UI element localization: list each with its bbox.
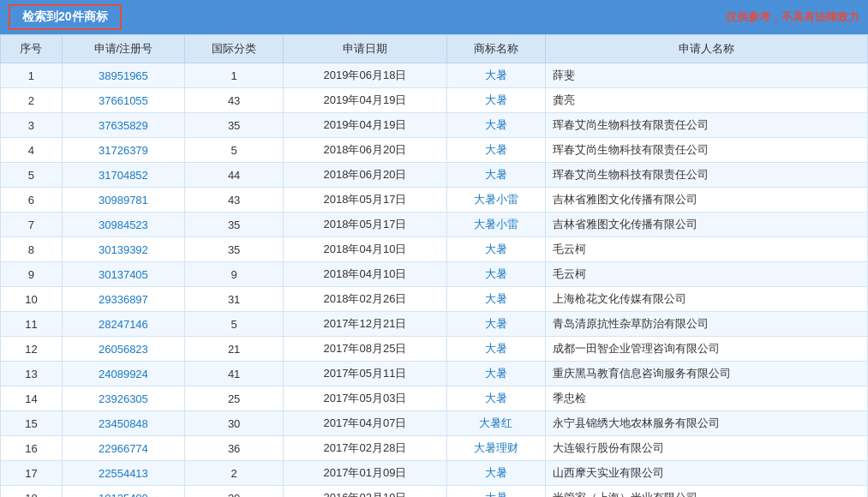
cell-brand-name[interactable]: 大暑	[446, 362, 545, 386]
cell-applicant: 吉林省雅图文化传播有限公司	[545, 188, 867, 213]
cell-brand-name[interactable]: 大暑理财	[446, 436, 545, 461]
cell-brand-name[interactable]: 大暑	[446, 287, 545, 312]
cell-applicant: 大连银行股份有限公司	[545, 436, 867, 461]
cell-brand-name[interactable]: 大暑小雷	[446, 188, 545, 213]
cell-apply-date: 2018年04月10日	[284, 262, 446, 287]
table-row: 630989781432018年05月17日大暑小雷吉林省雅图文化传播有限公司	[1, 188, 868, 213]
cell-seq: 14	[1, 386, 63, 411]
table-row: 1819125409302016年02月19日大暑米管家（上海）米业有限公司	[1, 486, 868, 498]
col-apply-date: 申请日期	[284, 35, 446, 63]
cell-applicant: 毛云柯	[545, 262, 867, 287]
cell-app-no[interactable]: 37661055	[62, 88, 184, 113]
cell-brand-name[interactable]: 大暑	[446, 461, 545, 486]
table-row: 237661055432019年04月19日大暑龚亮	[1, 88, 868, 113]
cell-applicant: 米管家（上海）米业有限公司	[545, 486, 867, 498]
cell-app-no[interactable]: 29336897	[62, 287, 184, 312]
search-result-label: 检索到20件商标	[9, 4, 122, 30]
cell-app-no[interactable]: 23450848	[62, 411, 184, 436]
cell-seq: 2	[1, 88, 63, 113]
cell-intl-class: 2	[184, 461, 283, 486]
cell-app-no[interactable]: 30139392	[62, 237, 184, 262]
cell-brand-name[interactable]: 大暑	[446, 262, 545, 287]
cell-applicant: 成都一田智企业管理咨询有限公司	[545, 337, 867, 362]
cell-applicant: 吉林省雅图文化传播有限公司	[545, 213, 867, 237]
cell-app-no[interactable]: 24089924	[62, 362, 184, 386]
cell-intl-class: 5	[184, 138, 283, 163]
table-row: 112824714652017年12月21日大暑青岛清原抗性杂草防治有限公司	[1, 312, 868, 337]
table-row: 1324089924412017年05月11日大暑重庆黑马教育信息咨询服务有限公…	[1, 362, 868, 386]
cell-intl-class: 35	[184, 213, 283, 237]
cell-brand-name[interactable]: 大暑	[446, 237, 545, 262]
cell-intl-class: 5	[184, 312, 283, 337]
table-row: 531704852442018年06月20日大暑珲春艾尚生物科技有限责任公司	[1, 163, 868, 188]
cell-seq: 8	[1, 237, 63, 262]
col-brand-name: 商标名称	[446, 35, 545, 63]
main-container: 检索到20件商标 仅供参考，不具有法律效力 序号 申请/注册号 国际分类 申请日…	[0, 0, 868, 497]
cell-brand-name[interactable]: 大暑红	[446, 411, 545, 436]
cell-app-no[interactable]: 30984523	[62, 213, 184, 237]
cell-seq: 1	[1, 63, 63, 88]
cell-intl-class: 31	[184, 287, 283, 312]
cell-seq: 4	[1, 138, 63, 163]
cell-intl-class: 36	[184, 436, 283, 461]
cell-applicant: 山西摩天实业有限公司	[545, 461, 867, 486]
col-seq: 序号	[1, 35, 63, 63]
cell-apply-date: 2018年05月17日	[284, 188, 446, 213]
cell-intl-class: 35	[184, 237, 283, 262]
cell-app-no[interactable]: 26056823	[62, 337, 184, 362]
cell-brand-name[interactable]: 大暑	[446, 113, 545, 138]
cell-applicant: 龚亮	[545, 88, 867, 113]
cell-app-no[interactable]: 37635829	[62, 113, 184, 138]
cell-app-no[interactable]: 19125409	[62, 486, 184, 498]
cell-app-no[interactable]: 38951965	[62, 63, 184, 88]
table-row: 1029336897312018年02月26日大暑上海枪花文化传媒有限公司	[1, 287, 868, 312]
table-row: 172255441322017年01月09日大暑山西摩天实业有限公司	[1, 461, 868, 486]
cell-intl-class: 25	[184, 386, 283, 411]
col-applicant: 申请人名称	[545, 35, 867, 63]
cell-app-no[interactable]: 22966774	[62, 436, 184, 461]
cell-apply-date: 2019年04月19日	[284, 113, 446, 138]
cell-intl-class: 30	[184, 486, 283, 498]
table-row: 730984523352018年05月17日大暑小雷吉林省雅图文化传播有限公司	[1, 213, 868, 237]
cell-brand-name[interactable]: 大暑	[446, 312, 545, 337]
cell-seq: 10	[1, 287, 63, 312]
table-row: 1523450848302017年04月07日大暑红永宁县锦绣大地农林服务有限公…	[1, 411, 868, 436]
cell-applicant: 青岛清原抗性杂草防治有限公司	[545, 312, 867, 337]
cell-applicant: 珲春艾尚生物科技有限责任公司	[545, 163, 867, 188]
cell-brand-name[interactable]: 大暑	[446, 88, 545, 113]
cell-brand-name[interactable]: 大暑	[446, 486, 545, 498]
cell-apply-date: 2018年02月26日	[284, 287, 446, 312]
cell-brand-name[interactable]: 大暑	[446, 337, 545, 362]
cell-brand-name[interactable]: 大暑	[446, 63, 545, 88]
cell-app-no[interactable]: 22554413	[62, 461, 184, 486]
cell-apply-date: 2017年08月25日	[284, 337, 446, 362]
cell-app-no[interactable]: 30137405	[62, 262, 184, 287]
cell-seq: 5	[1, 163, 63, 188]
cell-intl-class: 43	[184, 88, 283, 113]
cell-brand-name[interactable]: 大暑	[446, 138, 545, 163]
cell-brand-name[interactable]: 大暑	[446, 386, 545, 411]
cell-app-no[interactable]: 31704852	[62, 163, 184, 188]
cell-intl-class: 1	[184, 63, 283, 88]
cell-seq: 16	[1, 436, 63, 461]
cell-apply-date: 2019年04月19日	[284, 88, 446, 113]
cell-applicant: 季忠检	[545, 386, 867, 411]
cell-app-no[interactable]: 28247146	[62, 312, 184, 337]
cell-apply-date: 2017年12月21日	[284, 312, 446, 337]
cell-brand-name[interactable]: 大暑	[446, 163, 545, 188]
cell-applicant: 薛斐	[545, 63, 867, 88]
cell-brand-name[interactable]: 大暑小雷	[446, 213, 545, 237]
cell-app-no[interactable]: 30989781	[62, 188, 184, 213]
table-row: 1423926305252017年05月03日大暑季忠检	[1, 386, 868, 411]
cell-app-no[interactable]: 31726379	[62, 138, 184, 163]
cell-applicant: 毛云柯	[545, 237, 867, 262]
header-bar: 检索到20件商标 仅供参考，不具有法律效力	[0, 0, 868, 34]
cell-intl-class: 35	[184, 113, 283, 138]
cell-seq: 18	[1, 486, 63, 498]
disclaimer-label: 仅供参考，不具有法律效力	[726, 9, 859, 25]
col-intl-class: 国际分类	[184, 35, 283, 63]
cell-apply-date: 2019年06月18日	[284, 63, 446, 88]
cell-apply-date: 2018年06月20日	[284, 138, 446, 163]
cell-app-no[interactable]: 23926305	[62, 386, 184, 411]
cell-seq: 13	[1, 362, 63, 386]
